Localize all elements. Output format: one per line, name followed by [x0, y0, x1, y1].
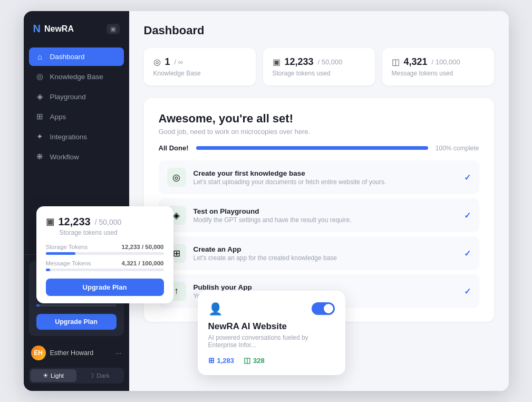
page-title: Dashboard: [144, 24, 494, 37]
step-text-create-app: Create an App Let's create an app for th…: [194, 245, 457, 262]
step-check-kb: ✓: [464, 173, 471, 183]
step-playground-icon: ◈: [173, 210, 180, 221]
onboarding-section: Awesome, you're all set! Good job, need …: [144, 98, 494, 322]
sidebar: N NewRA ▣ ⌂ Dashboard ◎ Knowledge Base ◈…: [24, 11, 129, 391]
sidebar-item-label: Knowledge Base: [50, 73, 103, 81]
apps-icon: ⊞: [35, 112, 45, 121]
onboarding-title: Awesome, you're all set!: [159, 112, 479, 126]
floating-message-label: Message Tokens: [46, 260, 91, 266]
step-list: ◎ Create your first knowledge base Let's…: [159, 160, 479, 308]
floating-storage-icon: ▣: [46, 216, 54, 227]
step-app-icon: ⊞: [173, 248, 180, 259]
step-icon-knowledge-base: ◎: [167, 168, 186, 187]
logo-badge: ▣: [107, 24, 120, 34]
floating-storage-number: 12,233: [59, 216, 91, 228]
sidebar-item-knowledge-base[interactable]: ◎ Knowledge Base: [29, 67, 124, 86]
step-title-playground: Test on Playground: [194, 207, 457, 215]
sidebar-item-label: Integrations: [50, 133, 88, 141]
stat-limit-kb: / ∞: [175, 58, 183, 66]
floating-message-bar-bg: [46, 269, 164, 271]
step-text-kb: Create your first knowledge base Let's s…: [194, 169, 457, 186]
stat-number-storage: 12,233: [285, 56, 314, 68]
theme-dark-button[interactable]: ☽ Dark: [76, 369, 122, 382]
sidebar-item-label: Playground: [50, 93, 86, 101]
progress-label: All Done!: [159, 144, 189, 152]
workflow-icon: ❋: [35, 152, 45, 161]
onboarding-subtitle: Good job, need to work on microcopies ov…: [159, 128, 479, 136]
app-stat-messages: ◫ 328: [244, 356, 265, 365]
moon-icon: ☽: [89, 372, 94, 379]
floating-storage-subtitle: Storage tokens used: [46, 229, 164, 236]
main-window: N NewRA ▣ ⌂ Dashboard ◎ Knowledge Base ◈…: [24, 11, 509, 391]
progress-pct: 100% complete: [436, 145, 479, 152]
app-card-desc: AI powered conversations fueled by Enter…: [208, 334, 335, 349]
floating-storage-limit: / 50,000: [95, 218, 122, 226]
progress-row: All Done! 100% complete: [159, 144, 479, 152]
integrations-icon: ✦: [35, 132, 45, 141]
toggle-knob: [324, 304, 333, 313]
user-name: Esther Howard: [50, 349, 111, 357]
stat-label-kb: Knowledge Base: [153, 70, 246, 77]
sidebar-item-label: Dashboard: [50, 53, 85, 61]
step-check-publish-app: ✓: [464, 286, 471, 296]
step-desc-create-app: Let's create an app for the created know…: [194, 254, 457, 262]
sidebar-item-workflow[interactable]: ❋ Workflow: [29, 147, 124, 166]
step-desc-kb: Let's start uploading your documents or …: [194, 178, 457, 186]
monitor-icon: ▣: [110, 25, 116, 33]
sidebar-item-dashboard[interactable]: ⌂ Dashboard: [29, 47, 124, 66]
floating-app-card: 👤 NewRA AI Website AI powered conversati…: [198, 291, 345, 375]
step-item-create-app: ⊞ Create an App Let's create an app for …: [159, 236, 479, 270]
theme-toggle: ☀ Light ☽ Dark: [29, 368, 124, 384]
stat-label-storage: Storage tokens used: [273, 70, 365, 77]
onboarding-header: Awesome, you're all set! Good job, need …: [159, 112, 479, 136]
message-bar-bg: [36, 304, 117, 307]
storage-stat-icon: ▣: [273, 57, 280, 67]
user-avatar: EH: [31, 346, 46, 360]
step-title-create-app: Create an App: [194, 245, 457, 253]
playground-icon: ◈: [35, 92, 45, 101]
user-circle-icon: 👤: [208, 302, 223, 316]
upgrade-plan-button[interactable]: Upgrade Plan: [36, 314, 117, 330]
step-item-playground: ◈ Test on Playground Modify the GPT sett…: [159, 198, 479, 232]
message-app-stat-icon: ◫: [244, 356, 250, 365]
progress-bar-fill: [196, 146, 428, 150]
floating-storage-bar-bg: [46, 252, 164, 255]
floating-message-token-row: Message Tokens 4,321 / 100,000: [46, 260, 164, 266]
knowledge-base-icon: ◎: [35, 72, 45, 81]
logo-text: NewRA: [44, 24, 74, 34]
step-check-create-app: ✓: [464, 248, 471, 259]
sidebar-item-playground[interactable]: ◈ Playground: [29, 87, 124, 106]
message-stat-icon: ◫: [392, 57, 400, 67]
step-kb-icon: ◎: [172, 172, 180, 183]
app-toggle-switch[interactable]: [312, 302, 335, 315]
knowledge-stat-icon: ⊞: [208, 356, 215, 365]
step-publish-icon: ↑: [174, 286, 179, 296]
floating-storage-val: 12,233 / 50,000: [122, 244, 164, 250]
app-stat-knowledge-value: 1,283: [217, 357, 235, 365]
floating-upgrade-plan-button[interactable]: Upgrade Plan: [46, 279, 164, 296]
message-bar-fill: [36, 304, 40, 307]
floating-storage-bar-fill: [46, 252, 75, 255]
sun-icon: ☀: [43, 372, 49, 379]
theme-light-button[interactable]: ☀ Light: [31, 369, 76, 382]
app-stat-knowledge: ⊞ 1,283: [208, 356, 235, 365]
step-text-playground: Test on Playground Modify the GPT settin…: [194, 207, 457, 224]
sidebar-logo: N NewRA ▣: [24, 11, 129, 44]
stat-number-kb: 1: [165, 56, 170, 68]
app-stat-messages-value: 328: [253, 357, 265, 365]
user-row: EH Esther Howard ···: [29, 341, 124, 365]
step-check-playground: ✓: [464, 210, 471, 221]
progress-bar-bg: [196, 146, 428, 150]
sidebar-item-integrations[interactable]: ✦ Integrations: [29, 127, 124, 146]
floating-message-bar-fill: [46, 269, 51, 271]
stat-limit-messages: / 100,000: [432, 58, 460, 66]
user-menu-button[interactable]: ···: [115, 349, 122, 357]
light-label: Light: [51, 372, 64, 379]
sidebar-item-label: Workflow: [50, 153, 79, 161]
stat-card-knowledge-base: ◎ 1 / ∞ Knowledge Base: [144, 48, 256, 85]
floating-storage-token-row: Storage Tokens 12,233 / 50,000: [46, 244, 164, 250]
stat-limit-storage: / 50,000: [318, 58, 343, 66]
sidebar-item-apps[interactable]: ⊞ Apps: [29, 107, 124, 126]
app-card-name: NewRA AI Website: [208, 321, 335, 332]
sidebar-item-label: Apps: [50, 113, 66, 121]
